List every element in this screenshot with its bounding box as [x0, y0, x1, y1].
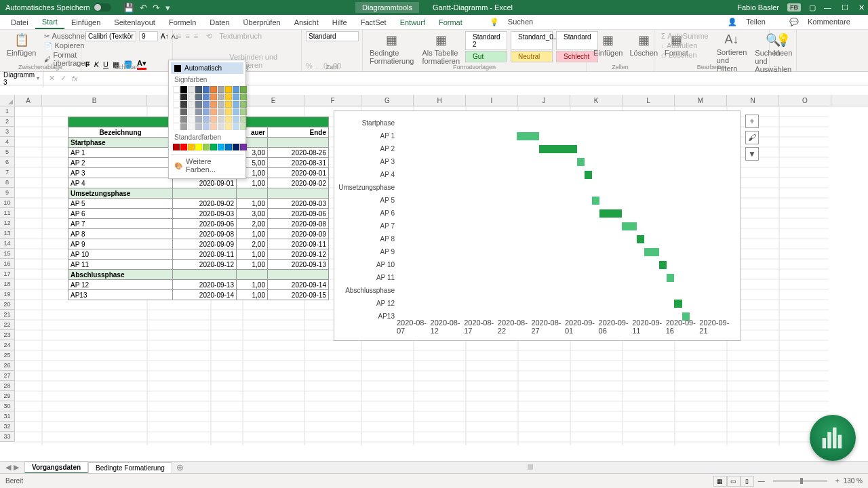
color-swatch[interactable]	[195, 123, 202, 130]
sheet-nav-next[interactable]: ▶	[14, 463, 19, 472]
align-top-icon[interactable]: ≡	[177, 32, 181, 40]
user-avatar[interactable]: FB	[787, 3, 801, 12]
color-swatch[interactable]	[225, 101, 232, 108]
maximize-button[interactable]: ☐	[842, 3, 848, 12]
sheet-tab-bedingte-formatierung[interactable]: Bedingte Formatierung	[88, 462, 172, 473]
color-swatch[interactable]	[180, 101, 187, 108]
color-swatch[interactable]	[203, 123, 210, 130]
color-swatch[interactable]	[240, 144, 247, 150]
color-swatch[interactable]	[188, 86, 195, 93]
accept-formula-icon[interactable]: ✓	[60, 74, 66, 83]
view-normal-button[interactable]: ▦	[713, 476, 727, 487]
paste-button[interactable]: 📋Einfügen	[4, 31, 39, 61]
name-box[interactable]: Diagramm 3	[0, 70, 43, 87]
tab-ueberpruefen[interactable]: Überprüfen	[237, 16, 288, 28]
conditional-formatting-button[interactable]: ▦Bedingte Formatierung	[367, 31, 416, 61]
color-swatch[interactable]	[180, 116, 187, 123]
zoom-level[interactable]: 130 %	[844, 477, 863, 485]
color-swatch[interactable]	[188, 94, 195, 100]
add-sheet-button[interactable]: ⊕	[172, 462, 188, 472]
color-swatch[interactable]	[225, 86, 232, 93]
share-button[interactable]: 👤 Teilen	[721, 16, 779, 28]
cancel-formula-icon[interactable]: ✕	[49, 74, 55, 83]
color-swatch[interactable]	[203, 86, 210, 93]
color-swatch[interactable]	[210, 94, 217, 100]
color-swatch[interactable]	[195, 144, 202, 150]
insert-cells-button[interactable]: ▦Einfügen	[591, 31, 625, 61]
wrap-text-button[interactable]: Textumbruch	[216, 31, 264, 41]
view-break-button[interactable]: ▯	[741, 476, 754, 487]
fx-icon[interactable]: fx	[72, 75, 78, 83]
color-swatch[interactable]	[203, 116, 210, 123]
color-swatch[interactable]	[188, 144, 195, 150]
tab-format[interactable]: Format	[432, 16, 469, 28]
style-standard0[interactable]: Standard_0...	[511, 31, 553, 50]
tab-formeln[interactable]: Formeln	[162, 16, 203, 28]
tab-daten[interactable]: Daten	[203, 16, 236, 28]
color-swatch[interactable]	[218, 86, 224, 93]
chart-styles-button[interactable]: 🖌	[745, 131, 759, 144]
horizontal-scrollbar[interactable]	[201, 464, 854, 471]
minimize-button[interactable]: —	[824, 3, 831, 12]
sort-filter-button[interactable]: A↓Sortieren und Filtern	[714, 31, 750, 61]
tab-ansicht[interactable]: Ansicht	[288, 16, 326, 28]
color-swatch[interactable]	[173, 94, 180, 100]
close-button[interactable]: ✕	[859, 3, 865, 12]
color-swatch[interactable]	[225, 116, 232, 123]
color-swatch[interactable]	[240, 101, 247, 108]
color-swatch[interactable]	[218, 101, 224, 108]
color-swatch[interactable]	[173, 144, 180, 150]
search-help[interactable]: Suchen	[501, 16, 540, 28]
color-swatch[interactable]	[210, 108, 217, 115]
undo-icon[interactable]: ↶	[140, 3, 147, 13]
chart-filter-button[interactable]: ▼	[745, 147, 759, 161]
color-swatch[interactable]	[233, 116, 239, 123]
autosum-button[interactable]: Σ AutoSumme	[658, 31, 711, 41]
color-swatch[interactable]	[195, 108, 202, 115]
color-swatch[interactable]	[180, 123, 187, 130]
save-icon[interactable]: 💾	[123, 3, 134, 13]
redo-icon[interactable]: ↷	[153, 3, 160, 13]
color-swatch[interactable]	[203, 101, 210, 108]
zoom-out-button[interactable]: —	[758, 477, 765, 485]
color-swatch[interactable]	[240, 123, 247, 130]
style-standard2[interactable]: Standard 2	[465, 31, 507, 50]
color-swatch[interactable]	[233, 94, 239, 100]
increase-font-icon[interactable]: A↑	[161, 33, 169, 40]
tab-entwurf[interactable]: Entwurf	[393, 16, 432, 28]
color-swatch[interactable]	[210, 123, 217, 130]
color-swatch[interactable]	[233, 86, 239, 93]
number-format-select[interactable]	[306, 31, 359, 41]
style-neutral[interactable]: Neutral	[511, 51, 553, 62]
zoom-in-button[interactable]: +	[835, 477, 840, 485]
tab-factset[interactable]: FactSet	[354, 16, 393, 28]
color-swatch[interactable]	[218, 94, 224, 100]
autosave-toggle[interactable]: Automatisches Speichern	[0, 3, 117, 12]
color-swatch[interactable]	[218, 123, 224, 130]
view-layout-button[interactable]: ▭	[727, 476, 741, 487]
chart-elements-button[interactable]: +	[745, 115, 759, 128]
color-swatch[interactable]	[218, 144, 224, 150]
color-swatch[interactable]	[210, 101, 217, 108]
color-swatch[interactable]	[233, 108, 239, 115]
color-swatch[interactable]	[203, 144, 210, 150]
worksheet-grid[interactable]: ABCDEFGHIJKLMNO 123456789101112131415161…	[0, 95, 868, 447]
color-swatch[interactable]	[180, 86, 187, 93]
color-swatch[interactable]	[195, 101, 202, 108]
color-swatch[interactable]	[180, 144, 187, 150]
color-swatch[interactable]	[218, 108, 224, 115]
color-swatch[interactable]	[203, 94, 210, 100]
style-gut[interactable]: Gut	[465, 51, 507, 62]
color-swatch[interactable]	[240, 94, 247, 100]
color-swatch[interactable]	[240, 116, 247, 123]
tab-datei[interactable]: Datei	[4, 16, 35, 28]
color-swatch[interactable]	[225, 123, 232, 130]
color-swatch[interactable]	[173, 108, 180, 115]
color-swatch[interactable]	[188, 116, 195, 123]
row-headers[interactable]: 1234567891011121314151617181920212223242…	[0, 106, 15, 442]
color-swatch[interactable]	[173, 123, 180, 130]
color-swatch[interactable]	[210, 144, 217, 150]
zoom-slider[interactable]	[773, 480, 827, 482]
color-swatch[interactable]	[188, 123, 195, 130]
font-size-select[interactable]	[139, 31, 158, 41]
